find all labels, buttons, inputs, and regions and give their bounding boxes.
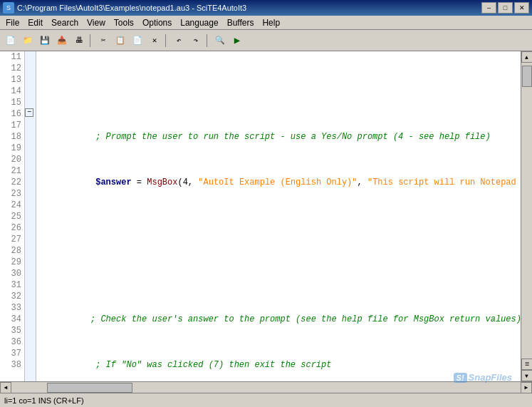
code-line-16: ; Check the user's answer to the prompt … — [39, 314, 518, 325]
code-line-17: ; If "No" was clicked (7) then exit the … — [39, 359, 518, 371]
redo-button[interactable]: ↷ — [188, 33, 204, 48]
save-all-button[interactable]: 📥 — [54, 33, 70, 48]
status-bar: li=1 co=1 INS (CR+LF) — [0, 393, 532, 407]
scroll-left-button[interactable]: ◀ — [0, 382, 11, 393]
menu-edit[interactable]: Edit — [24, 16, 47, 29]
scroll-grip[interactable]: ☰ — [521, 359, 533, 370]
window-controls[interactable]: – □ ✕ — [481, 2, 529, 14]
toolbar: 📄 📁 💾 📥 🖶 ✂ 📋 📄 ✕ ↶ ↷ 🔍 ▶ — [0, 30, 532, 51]
code-editor[interactable]: ; Prompt the user to run the script - us… — [36, 51, 521, 381]
menu-buffers[interactable]: Buffers — [223, 16, 259, 29]
title-bar: S C:\Program Files\AutoIt3\Examples\note… — [0, 0, 532, 16]
menu-tools[interactable]: Tools — [110, 16, 138, 29]
menu-search[interactable]: Search — [47, 16, 83, 29]
scroll-right-button[interactable]: ▶ — [521, 382, 532, 393]
code-line-12: ; Prompt the user to run the script - us… — [39, 131, 518, 143]
run-button[interactable]: ▶ — [229, 33, 245, 48]
save-button[interactable]: 💾 — [37, 33, 53, 48]
menu-view[interactable]: View — [83, 16, 110, 29]
print-button[interactable]: 🖶 — [71, 33, 87, 48]
paste-button[interactable]: 📄 — [130, 33, 145, 48]
window-title: C:\Program Files\AutoIt3\Examples\notepa… — [17, 4, 246, 12]
open-button[interactable]: 📁 — [20, 33, 36, 48]
horizontal-scrollbar[interactable]: ◀ ▶ — [0, 381, 532, 393]
code-line-15 — [39, 268, 518, 279]
toolbar-sep-1 — [90, 34, 93, 47]
delete-button[interactable]: ✕ — [147, 33, 162, 48]
toolbar-sep-2 — [165, 34, 168, 47]
copy-button[interactable]: 📋 — [113, 33, 128, 48]
toolbar-sep-3 — [207, 34, 209, 47]
horizontal-scroll-track[interactable] — [11, 382, 521, 393]
vertical-scrollbar[interactable]: ▲ ☰ ▼ — [521, 51, 532, 381]
minimize-button[interactable]: – — [481, 2, 496, 14]
find-button[interactable]: 🔍 — [212, 33, 228, 48]
undo-button[interactable]: ↶ — [171, 33, 187, 48]
menu-file[interactable]: File — [1, 16, 24, 29]
code-line-13: $answer = MsgBox(4, "AutoIt Example (Eng… — [39, 177, 518, 188]
scroll-up-button[interactable]: ▲ — [521, 51, 533, 63]
code-line-14 — [39, 222, 518, 234]
cut-button[interactable]: ✂ — [95, 33, 111, 48]
close-button[interactable]: ✕ — [514, 2, 529, 14]
scroll-thumb[interactable] — [522, 66, 532, 87]
line-numbers: 11 12 13 14 15 16 17 18 19 20 21 22 23 2… — [0, 51, 25, 381]
new-button[interactable]: 📄 — [3, 33, 19, 48]
scroll-down-button[interactable]: ▼ — [521, 370, 533, 381]
menu-bar: File Edit Search View Tools Options Lang… — [0, 16, 532, 30]
status-text: li=1 co=1 INS (CR+LF) — [4, 396, 84, 405]
fold-margin: − — [25, 51, 36, 381]
maximize-button[interactable]: □ — [498, 2, 513, 14]
menu-language[interactable]: Language — [176, 16, 222, 29]
app-icon: S — [3, 2, 14, 14]
editor-container: 11 12 13 14 15 16 17 18 19 20 21 22 23 2… — [0, 51, 532, 393]
code-line-11 — [39, 86, 518, 97]
menu-help[interactable]: Help — [258, 16, 284, 29]
menu-options[interactable]: Options — [138, 16, 176, 29]
horizontal-scroll-thumb[interactable] — [47, 383, 132, 393]
